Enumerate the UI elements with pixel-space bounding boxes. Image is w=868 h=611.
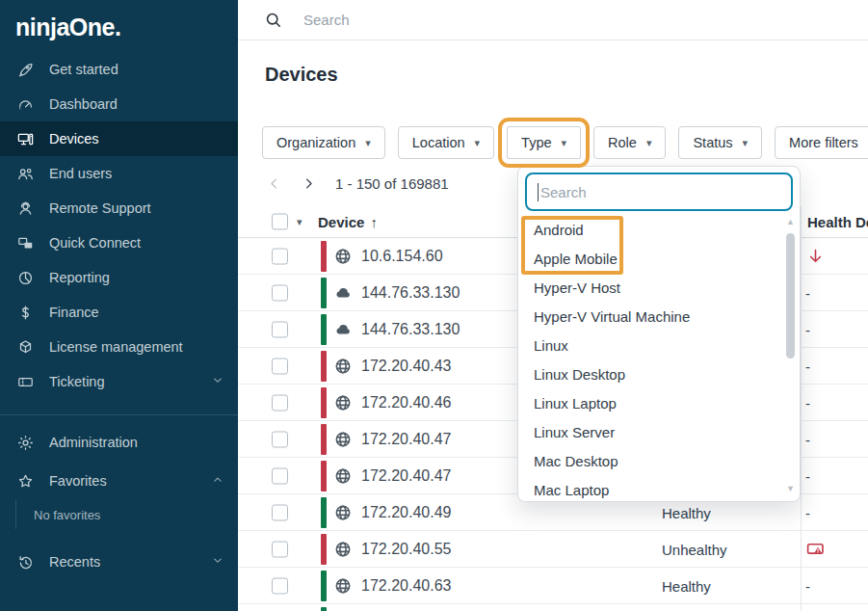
device-alert-icon — [805, 539, 826, 559]
pagination: 1 - 150 of 169881 — [262, 171, 449, 196]
sidebar-item-end-users[interactable]: End users — [0, 156, 238, 191]
filter-button-location[interactable]: Location▾ — [398, 126, 494, 159]
sidebar-item-finance[interactable]: Finance — [0, 295, 238, 330]
device-name[interactable]: 172.20.40.47 — [361, 431, 451, 448]
globe-icon — [333, 576, 353, 596]
filter-button-type[interactable]: Type▾ — [507, 126, 581, 159]
device-name[interactable]: 172.20.40.46 — [361, 394, 451, 412]
dropdown-option-label: Hyper-V Virtual Machine — [534, 308, 690, 325]
globe-icon — [333, 430, 353, 449]
arrow-down-icon — [805, 246, 826, 266]
row-checkbox[interactable] — [272, 284, 288, 301]
sidebar-item-devices[interactable]: Devices — [0, 121, 238, 156]
previous-page-button[interactable] — [262, 172, 285, 195]
caret-down-icon: ▾ — [562, 138, 567, 148]
sidebar-item-label: Favorites — [49, 473, 107, 489]
dropdown-option-linux-laptop[interactable]: Linux Laptop — [518, 388, 784, 417]
dropdown-option-mac-laptop[interactable]: Mac Laptop — [518, 475, 784, 504]
health-value: - — [805, 504, 810, 520]
device-name[interactable]: 172.20.40.49 — [361, 504, 451, 521]
sidebar: ninjaOne. Get startedDashboardDevicesEnd… — [0, 0, 238, 611]
users-icon — [15, 164, 35, 183]
device-column-header[interactable]: Device↑ — [318, 214, 378, 230]
dropdown-option-label: Android — [534, 222, 584, 238]
row-checkbox[interactable] — [272, 467, 288, 484]
dropdown-scrollbar[interactable]: ▲ ▼ — [784, 218, 797, 493]
rocket-icon — [15, 60, 35, 79]
search-icon — [264, 11, 282, 29]
sidebar-item-remote-support[interactable]: Remote Support — [0, 191, 238, 226]
global-search-bar[interactable]: Search — [238, 0, 868, 40]
dropdown-option-linux-server[interactable]: Linux Server — [518, 417, 784, 446]
next-page-button[interactable] — [297, 172, 320, 195]
table-row: 172.20.40.63Healthy- — [238, 568, 868, 604]
dropdown-option-linux[interactable]: Linux — [518, 331, 784, 359]
scrollbar-thumb[interactable] — [786, 233, 795, 359]
device-name[interactable]: 144.76.33.130 — [361, 321, 460, 338]
sidebar-item-label: Devices — [49, 131, 99, 146]
sidebar-item-label: Quick Connect — [49, 235, 141, 251]
chevron-right-icon — [302, 176, 316, 191]
sidebar-item-label: Recents — [49, 554, 100, 570]
row-checkbox[interactable] — [272, 431, 288, 447]
dropdown-search-input[interactable]: Search — [525, 173, 793, 211]
device-status: Healthy — [662, 504, 711, 520]
globe-icon — [333, 247, 353, 266]
select-all-checkbox[interactable] — [272, 214, 288, 230]
row-checkbox[interactable] — [272, 541, 288, 557]
filter-bar: Organization▾Location▾Type▾Role▾Status▾M… — [262, 126, 868, 159]
dropdown-option-mac-desktop[interactable]: Mac Desktop — [518, 446, 784, 475]
sidebar-item-dashboard[interactable]: Dashboard — [0, 87, 238, 121]
globe-icon — [333, 540, 353, 559]
dropdown-option-linux-desktop[interactable]: Linux Desktop — [518, 359, 784, 388]
pie-icon — [15, 268, 35, 287]
dropdown-option-apple-mobile[interactable]: Apple Mobile — [518, 244, 784, 273]
status-bar-red — [321, 461, 327, 491]
filter-label: Role — [608, 135, 637, 150]
health-value: - — [805, 431, 810, 447]
row-checkbox[interactable] — [272, 577, 288, 594]
dropdown-option-android[interactable]: Android — [518, 215, 784, 244]
scroll-down-arrow-icon[interactable]: ▼ — [784, 485, 797, 493]
sidebar-item-quick-connect[interactable]: Quick Connect — [0, 226, 238, 260]
sidebar-item-reporting[interactable]: Reporting — [0, 260, 238, 295]
dropdown-option-hyper-v-virtual-machine[interactable]: Hyper-V Virtual Machine — [518, 302, 784, 331]
sidebar-item-recents[interactable]: Recents — [0, 543, 238, 581]
filter-label: Organization — [276, 135, 355, 150]
sidebar-item-license-management[interactable]: License management — [0, 330, 238, 364]
filter-button-role[interactable]: Role▾ — [593, 126, 666, 159]
chevron-down-icon — [211, 554, 224, 571]
sidebar-divider — [0, 414, 238, 415]
dropdown-option-label: Apple Mobile — [534, 251, 618, 267]
health-details-column-header[interactable]: Health Details — [807, 214, 868, 230]
filter-button-organization[interactable]: Organization▾ — [262, 126, 385, 159]
status-bar-green — [321, 497, 327, 528]
row-checkbox[interactable] — [272, 394, 288, 411]
scroll-up-arrow-icon[interactable]: ▲ — [784, 218, 797, 226]
sidebar-item-label: Remote Support — [49, 200, 151, 216]
device-name[interactable]: 144.76.33.130 — [361, 284, 460, 302]
device-name[interactable]: 172.20.40.47 — [361, 467, 451, 485]
filter-button-status[interactable]: Status▾ — [678, 126, 762, 159]
device-name[interactable]: 172.20.40.55 — [361, 541, 451, 558]
device-name[interactable]: 172.20.40.63 — [361, 577, 451, 595]
row-checkbox[interactable] — [272, 504, 288, 520]
row-checkbox[interactable] — [272, 248, 288, 264]
dropdown-option-label: Linux Laptop — [534, 395, 617, 412]
row-checkbox[interactable] — [272, 358, 288, 374]
history-icon — [15, 552, 35, 571]
device-name[interactable]: 10.6.154.60 — [361, 248, 443, 265]
caret-down-icon: ▾ — [475, 138, 481, 148]
filter-button-more-filters[interactable]: More filters — [775, 126, 868, 159]
device-name[interactable]: 172.20.40.43 — [361, 358, 451, 375]
sidebar-item-get-started[interactable]: Get started — [0, 52, 238, 87]
dropdown-option-hyper-v-host[interactable]: Hyper-V Host — [518, 273, 784, 302]
row-checkbox[interactable] — [272, 321, 288, 337]
sidebar-item-favorites[interactable]: Favorites — [0, 462, 238, 500]
ticket-icon — [15, 372, 35, 391]
sidebar-item-administration[interactable]: Administration — [0, 423, 238, 462]
select-menu-caret-icon[interactable]: ▾ — [297, 216, 302, 228]
chevron-up-icon — [211, 473, 224, 490]
filter-label: Location — [412, 135, 465, 150]
sidebar-item-ticketing[interactable]: Ticketing — [0, 364, 238, 399]
